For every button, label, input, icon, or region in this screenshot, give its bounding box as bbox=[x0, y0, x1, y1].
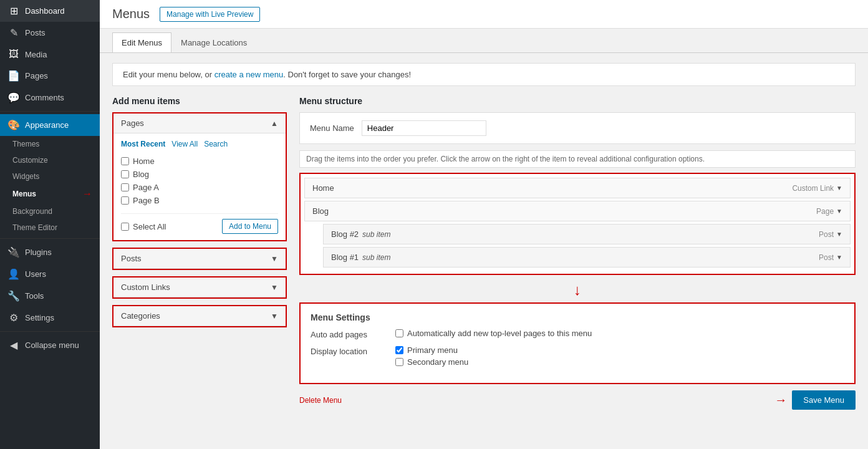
sidebar-sub-customize[interactable]: Customize bbox=[0, 152, 100, 168]
sidebar-item-plugins[interactable]: 🔌 Plugins bbox=[0, 241, 100, 263]
sidebar-item-label: Appearance bbox=[25, 120, 69, 130]
custom-links-panel-label: Custom Links bbox=[121, 282, 170, 292]
save-area: → Save Menu bbox=[774, 390, 856, 410]
home-item-type: Custom Link ▼ bbox=[792, 184, 842, 193]
auto-add-label: Auto add pages bbox=[311, 329, 385, 339]
posts-chevron-icon: ▼ bbox=[271, 254, 278, 263]
bottom-actions-row: Delete Menu → Save Menu bbox=[299, 390, 856, 410]
create-new-menu-link[interactable]: create a new menu bbox=[215, 70, 284, 79]
custom-links-panel-header[interactable]: Custom Links ▼ bbox=[113, 278, 286, 297]
select-all-checkbox[interactable] bbox=[121, 223, 129, 231]
menu-name-label: Menu Name bbox=[310, 123, 354, 133]
sidebar-sub-widgets[interactable]: Widgets bbox=[0, 168, 100, 185]
sidebar-item-label: Collapse menu bbox=[25, 340, 79, 350]
posts-panel: Posts ▼ bbox=[112, 248, 287, 270]
sidebar-sub-background[interactable]: Background bbox=[0, 203, 100, 220]
blog1-dropdown-icon[interactable]: ▼ bbox=[836, 254, 842, 261]
page-item-blog: Blog bbox=[121, 168, 278, 181]
tab-manage-locations[interactable]: Manage Locations bbox=[171, 32, 256, 52]
display-location-value: Primary menu Secondary menu bbox=[395, 345, 844, 369]
pages-checklist: Home Blog Page A bbox=[121, 155, 278, 207]
down-arrow-icon: ↓ bbox=[574, 281, 581, 299]
home-dropdown-icon[interactable]: ▼ bbox=[836, 185, 842, 191]
content-area: Edit your menu below, or create a new me… bbox=[100, 53, 868, 449]
blog-dropdown-icon[interactable]: ▼ bbox=[836, 208, 842, 215]
posts-panel-header[interactable]: Posts ▼ bbox=[113, 249, 286, 269]
page-blog-checkbox[interactable] bbox=[121, 170, 129, 178]
menu-structure-title: Menu structure bbox=[299, 96, 856, 106]
pages-panel: Pages ▲ Most Recent View All Search H bbox=[112, 112, 287, 241]
info-text-after: . Don't forget to save your changes! bbox=[283, 70, 411, 79]
sidebar-item-label: Settings bbox=[25, 313, 54, 322]
sidebar-sub-themes[interactable]: Themes bbox=[0, 136, 100, 152]
tab-most-recent[interactable]: Most Recent bbox=[121, 140, 165, 148]
sidebar-item-posts[interactable]: ✎ Posts bbox=[0, 22, 100, 44]
sidebar-item-media[interactable]: 🖼 Media bbox=[0, 44, 100, 65]
add-menu-items-col: Add menu items Pages ▲ Most Recent View … bbox=[112, 96, 287, 334]
posts-icon: ✎ bbox=[7, 27, 20, 39]
blog1-item-label: Blog #1 sub item bbox=[331, 253, 390, 262]
menu-item-blog2[interactable]: Blog #2 sub item Post ▼ bbox=[323, 224, 851, 244]
sidebar-item-label: Tools bbox=[25, 291, 44, 301]
categories-panel-header[interactable]: Categories ▼ bbox=[113, 306, 286, 326]
auto-add-checkbox[interactable] bbox=[395, 329, 403, 337]
save-arrow-icon: → bbox=[774, 393, 787, 407]
sidebar-item-settings[interactable]: ⚙ Settings bbox=[0, 307, 100, 329]
select-all-text: Select All bbox=[133, 222, 166, 231]
blog-item-type: Page ▼ bbox=[816, 207, 842, 216]
menus-arrow-indicator: → bbox=[82, 188, 92, 200]
page-item-page-b: Page B bbox=[121, 194, 278, 207]
sidebar-item-label: Media bbox=[25, 50, 47, 59]
secondary-menu-checkbox[interactable] bbox=[395, 358, 403, 366]
page-item-page-a: Page A bbox=[121, 181, 278, 194]
pages-panel-header[interactable]: Pages ▲ bbox=[113, 113, 286, 133]
menu-item-blog1[interactable]: Blog #1 sub item Post ▼ bbox=[323, 247, 851, 268]
menu-settings-title: Menu Settings bbox=[311, 312, 844, 322]
sidebar-item-label: Comments bbox=[25, 93, 64, 102]
sidebar-item-users[interactable]: 👤 Users bbox=[0, 263, 100, 285]
add-to-menu-button[interactable]: Add to Menu bbox=[222, 219, 278, 234]
appearance-icon: 🎨 bbox=[7, 119, 20, 131]
secondary-menu-check: Secondary menu bbox=[395, 357, 844, 367]
sidebar-sub-theme-editor[interactable]: Theme Editor bbox=[0, 220, 100, 236]
sidebar-sub-menus[interactable]: Menus → bbox=[0, 185, 100, 203]
main-columns: Add menu items Pages ▲ Most Recent View … bbox=[112, 96, 856, 410]
sidebar-item-dashboard[interactable]: ⊞ Dashboard bbox=[0, 0, 100, 22]
menu-name-input[interactable] bbox=[362, 120, 486, 136]
custom-links-panel: Custom Links ▼ bbox=[112, 276, 287, 299]
page-home-label: Home bbox=[133, 157, 155, 166]
plugins-icon: 🔌 bbox=[7, 246, 20, 258]
tab-edit-menus[interactable]: Edit Menus bbox=[112, 32, 171, 52]
page-a-checkbox[interactable] bbox=[121, 183, 129, 191]
page-home-checkbox[interactable] bbox=[121, 157, 129, 165]
drag-hint: Drag the items into the order you prefer… bbox=[299, 150, 856, 168]
secondary-menu-label: Secondary menu bbox=[407, 357, 468, 367]
menu-settings: Menu Settings Auto add pages Automatical… bbox=[299, 302, 856, 384]
delete-menu-link[interactable]: Delete Menu bbox=[299, 396, 342, 405]
sidebar-item-collapse[interactable]: ◀ Collapse menu bbox=[0, 334, 100, 356]
blog2-dropdown-icon[interactable]: ▼ bbox=[836, 231, 842, 238]
page-b-checkbox[interactable] bbox=[121, 196, 129, 205]
blog2-item-label: Blog #2 sub item bbox=[331, 229, 390, 239]
info-bar: Edit your menu below, or create a new me… bbox=[112, 63, 856, 86]
save-menu-button[interactable]: Save Menu bbox=[792, 390, 856, 410]
display-location-row: Display location Primary menu Secondary … bbox=[311, 345, 844, 369]
sidebar: ⊞ Dashboard ✎ Posts 🖼 Media 📄 Pages 💬 Co… bbox=[0, 0, 100, 449]
comments-icon: 💬 bbox=[7, 92, 20, 104]
tab-view-all[interactable]: View All bbox=[171, 140, 198, 148]
primary-menu-check: Primary menu bbox=[395, 345, 844, 355]
sidebar-item-tools[interactable]: 🔧 Tools bbox=[0, 285, 100, 307]
tab-search[interactable]: Search bbox=[204, 140, 228, 148]
dashboard-icon: ⊞ bbox=[7, 5, 20, 17]
sidebar-item-label: Users bbox=[25, 269, 46, 279]
settings-icon: ⚙ bbox=[7, 312, 20, 324]
main-area: Menus Manage with Live Preview Edit Menu… bbox=[100, 0, 868, 449]
sidebar-item-comments[interactable]: 💬 Comments bbox=[0, 87, 100, 109]
sidebar-item-pages[interactable]: 📄 Pages bbox=[0, 65, 100, 87]
menu-item-home[interactable]: Home Custom Link ▼ bbox=[304, 178, 851, 198]
live-preview-button[interactable]: Manage with Live Preview bbox=[160, 7, 260, 22]
sidebar-item-appearance[interactable]: 🎨 Appearance bbox=[0, 114, 100, 136]
primary-menu-checkbox[interactable] bbox=[395, 346, 403, 354]
sidebar-item-label: Pages bbox=[25, 71, 48, 80]
menu-item-blog[interactable]: Blog Page ▼ bbox=[304, 201, 851, 221]
